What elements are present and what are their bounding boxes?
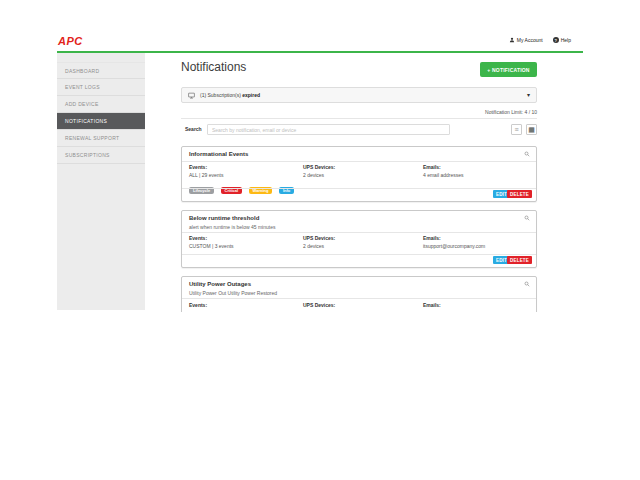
devices-column: UPS Devices: 2 devices: [303, 164, 335, 178]
card-title: Below runtime threshold: [189, 215, 259, 221]
sidebar-item-renewal-support[interactable]: RENEWAL SUPPORT: [57, 130, 145, 147]
apc-logo: APC: [58, 35, 83, 47]
banner-text: (1) Subscription(s) expired: [200, 92, 260, 98]
devices-value: 2 devices: [303, 172, 335, 178]
my-account-label: My Account: [517, 37, 543, 43]
emails-column: Emails:: [423, 302, 441, 308]
card-title: Informational Events: [189, 151, 248, 157]
content-divider: [181, 118, 537, 119]
sidebar-item-add-device[interactable]: ADD DEVICE: [57, 96, 145, 113]
app-window: APC My Account ? Help DASHBOARD EVENT LO…: [57, 30, 583, 312]
devices-column: UPS Devices: 2 devices: [303, 235, 335, 249]
emails-value: itsupport@ourcompany.com: [423, 243, 485, 249]
events-column: Events:: [189, 302, 207, 308]
emails-column: Emails: 4 email addresses: [423, 164, 464, 178]
card-footer-divider: [182, 188, 536, 189]
notification-card-utility-power-outages: Utility Power Outages Utility Power Out …: [181, 276, 537, 312]
events-column: Events: CUSTOM | 3 events: [189, 235, 234, 249]
emails-label: Emails:: [423, 302, 441, 308]
emails-value: 4 email addresses: [423, 172, 464, 178]
card-title-divider: [182, 161, 536, 162]
notification-card-informational-events: Informational Events Events: ALL | 29 ev…: [181, 146, 537, 202]
emails-label: Emails:: [423, 164, 464, 170]
delete-button[interactable]: DELETE: [507, 190, 532, 198]
top-header: APC My Account ? Help: [57, 30, 583, 51]
events-label: Events:: [189, 164, 223, 170]
events-label: Events:: [189, 235, 234, 241]
events-value: CUSTOM | 3 events: [189, 243, 234, 249]
sidebar-item-event-logs[interactable]: EVENT LOGS: [57, 79, 145, 96]
help-link[interactable]: ? Help: [553, 37, 571, 43]
emails-column: Emails: itsupport@ourcompany.com: [423, 235, 485, 249]
device-monitor-icon: [188, 92, 200, 99]
grid-view-icon[interactable]: ▦: [526, 124, 537, 135]
devices-label: UPS Devices:: [303, 235, 335, 241]
card-title: Utility Power Outages: [189, 281, 251, 287]
card-subtitle: alert when runtime is below 45 minutes: [189, 224, 275, 230]
person-icon: [509, 37, 515, 43]
my-account-link[interactable]: My Account: [509, 37, 543, 43]
devices-value: 2 devices: [303, 243, 335, 249]
sidebar-item-subscriptions[interactable]: SUBSCRIPTIONS: [57, 147, 145, 164]
delete-button[interactable]: DELETE: [507, 256, 532, 264]
emails-label: Emails:: [423, 235, 485, 241]
chevron-down-icon[interactable]: ▾: [527, 92, 530, 98]
magnifier-icon[interactable]: [524, 151, 530, 157]
help-icon: ?: [553, 37, 559, 43]
sidebar-item-dashboard[interactable]: DASHBOARD: [57, 62, 145, 79]
search-input[interactable]: [207, 124, 450, 135]
events-label: Events:: [189, 302, 207, 308]
page-title: Notifications: [181, 60, 246, 74]
magnifier-icon[interactable]: [524, 281, 530, 287]
devices-label: UPS Devices:: [303, 164, 335, 170]
card-title-divider: [182, 232, 536, 233]
notification-limit: Notification Limit: 4 / 10: [181, 109, 537, 115]
search-bar: Search ≡ ▦: [181, 122, 537, 138]
sidebar: DASHBOARD EVENT LOGS ADD DEVICE NOTIFICA…: [57, 53, 145, 310]
search-label: Search: [185, 126, 202, 132]
magnifier-icon[interactable]: [524, 215, 530, 221]
devices-label: UPS Devices:: [303, 302, 335, 308]
severity-badges: Lifecycle Critical Warning Info: [189, 178, 296, 196]
list-view-icon[interactable]: ≡: [511, 124, 522, 135]
header-links: My Account ? Help: [509, 37, 571, 43]
subscription-expired-banner[interactable]: (1) Subscription(s) expired ▾: [181, 87, 537, 103]
events-column: Events: ALL | 29 events: [189, 164, 223, 178]
help-label: Help: [561, 37, 571, 43]
notification-card-below-runtime-threshold: Below runtime threshold alert when runti…: [181, 210, 537, 268]
sidebar-item-notifications[interactable]: NOTIFICATIONS: [57, 113, 145, 130]
add-notification-button[interactable]: + NOTIFICATION: [480, 62, 537, 77]
devices-column: UPS Devices:: [303, 302, 335, 308]
card-footer-divider: [182, 254, 536, 255]
card-subtitle: Utility Power Out Utility Power Restored: [189, 290, 277, 296]
card-title-divider: [182, 298, 536, 299]
